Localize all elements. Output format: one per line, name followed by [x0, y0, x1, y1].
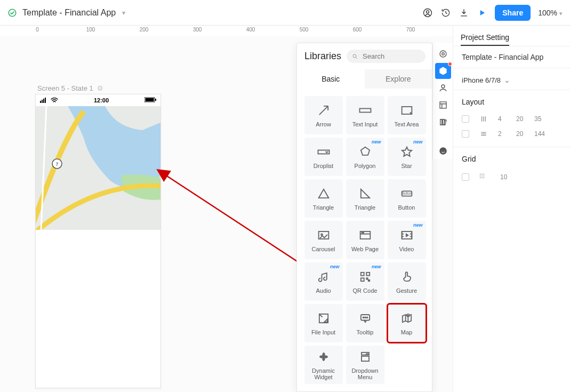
libraries-header: Libraries: [297, 43, 432, 69]
rail-components-icon[interactable]: [435, 63, 451, 79]
status-bar: 12:00: [36, 94, 160, 106]
layout-row-columns[interactable]: 4 20 35: [462, 111, 561, 126]
lib-item-web-page[interactable]: Web Page: [346, 221, 384, 259]
download-icon[interactable]: [459, 7, 469, 18]
right-panel: Project Setting Template - Financial App…: [453, 26, 570, 392]
svg-point-29: [362, 233, 362, 233]
user-avatar-icon[interactable]: [422, 7, 433, 18]
layout-row-rows[interactable]: 2 20 144: [462, 126, 561, 141]
signal-wifi-icon: [40, 98, 58, 103]
notification-dot: [448, 62, 452, 66]
rail-emoji-icon[interactable]: [435, 143, 451, 159]
rows-icon: [478, 130, 489, 138]
lib-item-gesture[interactable]: Gesture: [388, 262, 426, 301]
svg-point-41: [366, 317, 367, 318]
libraries-panel: Libraries Basic Explore Arrow Text Input…: [296, 43, 432, 392]
tab-explore[interactable]: Explore: [365, 69, 432, 89]
ruler-tick: 700: [406, 27, 415, 33]
lib-item-triangle-right[interactable]: Triangle: [346, 179, 384, 218]
screen-label[interactable]: Screen 5 - State 1 ⚙: [37, 84, 103, 92]
checkbox[interactable]: [462, 115, 469, 123]
topbar-actions: Share 100%▾: [422, 5, 563, 21]
svg-point-18: [441, 150, 442, 151]
map-widget[interactable]: 7: [36, 106, 160, 230]
ruler-tick: 400: [246, 27, 255, 33]
lib-item-file-input[interactable]: File Input: [304, 304, 343, 342]
lib-item-dynamic-widget[interactable]: Dynamic Widget: [304, 346, 343, 384]
gear-icon[interactable]: ⚙: [97, 84, 103, 92]
svg-point-13: [440, 51, 446, 57]
lib-item-triangle-iso[interactable]: Triangle: [304, 179, 343, 218]
lib-item-star[interactable]: newStar: [388, 138, 426, 176]
lib-item-qr-code[interactable]: newQR Code: [346, 262, 384, 301]
lib-item-audio[interactable]: newAudio: [304, 262, 343, 301]
lib-item-droplist[interactable]: Droplist: [304, 138, 343, 176]
layout-row-count: 2: [498, 130, 508, 138]
svg-point-51: [480, 178, 481, 179]
svg-point-14: [441, 53, 444, 55]
ruler-tick: 300: [193, 27, 202, 33]
search-input-wrap[interactable]: [347, 50, 426, 63]
libraries-title: Libraries: [304, 51, 341, 62]
svg-rect-35: [366, 278, 367, 279]
svg-point-42: [407, 314, 410, 317]
play-icon[interactable]: [477, 7, 487, 18]
lib-item-map[interactable]: Map: [388, 304, 426, 342]
svg-point-46: [481, 174, 483, 175]
rail-layout-icon[interactable]: [435, 97, 451, 113]
lib-item-arrow[interactable]: Arrow: [304, 96, 343, 134]
svg-point-17: [439, 147, 447, 155]
lib-item-button[interactable]: ButtonButton: [388, 179, 426, 218]
svg-rect-6: [45, 98, 46, 103]
route-marker: 7: [55, 162, 58, 167]
svg-point-39: [363, 317, 364, 318]
svg-text:Button: Button: [402, 191, 412, 195]
rail-target-icon[interactable]: [435, 46, 451, 62]
svg-point-47: [484, 174, 485, 175]
project-title-dropdown-icon[interactable]: ▾: [122, 9, 125, 17]
svg-point-27: [321, 234, 323, 235]
lib-item-text-area[interactable]: Text Area: [388, 96, 426, 134]
topbar-left: Template - Financial App ▾: [7, 8, 125, 18]
ruler-tick: 200: [140, 27, 149, 33]
search-input[interactable]: [362, 52, 420, 61]
lib-item-carousel[interactable]: Carousel: [304, 221, 343, 259]
svg-point-45: [480, 174, 481, 175]
svg-point-53: [484, 178, 485, 179]
tab-basic[interactable]: Basic: [297, 69, 365, 89]
lib-item-dropdown-menu[interactable]: Dropdown Menu: [346, 346, 384, 384]
svg-point-15: [441, 85, 445, 88]
svg-point-40: [365, 317, 366, 318]
layout-col-margin: 35: [534, 115, 544, 123]
svg-rect-34: [360, 278, 364, 281]
device-name: iPhone 6/7/8: [462, 76, 501, 84]
rail-library-icon[interactable]: [435, 114, 451, 130]
svg-point-2: [427, 10, 429, 13]
rail-user-icon[interactable]: [435, 80, 451, 96]
zoom-value: 100%: [538, 9, 557, 17]
device-selector[interactable]: iPhone 6/7/8 ⌄: [462, 76, 561, 84]
svg-rect-4: [42, 100, 43, 103]
share-button[interactable]: Share: [495, 5, 531, 21]
svg-rect-32: [360, 273, 364, 276]
search-icon: [352, 53, 358, 60]
lib-item-video[interactable]: newVideo: [388, 221, 426, 259]
lib-item-text-input[interactable]: Text Input: [346, 96, 384, 134]
svg-point-52: [481, 178, 483, 179]
project-title[interactable]: Template - Financial App: [22, 8, 116, 18]
grid-section: Grid 10: [453, 147, 570, 190]
chevron-down-icon: ⌄: [504, 76, 510, 84]
device-frame[interactable]: 12:00 7: [35, 94, 161, 388]
checkbox[interactable]: [462, 173, 469, 181]
zoom-level[interactable]: 100%▾: [538, 9, 563, 17]
lib-item-tooltip[interactable]: Tooltip: [346, 304, 384, 342]
ruler-tick: 600: [353, 27, 362, 33]
svg-rect-16: [440, 102, 446, 108]
checkbox[interactable]: [462, 130, 469, 138]
grid-row[interactable]: 10: [462, 169, 561, 185]
history-icon[interactable]: [440, 7, 451, 18]
zoom-dropdown-icon: ▾: [559, 10, 563, 17]
layout-title: Layout: [462, 98, 561, 106]
tab-project-setting[interactable]: Project Setting: [461, 30, 509, 46]
lib-item-polygon[interactable]: newPolygon: [346, 138, 384, 176]
